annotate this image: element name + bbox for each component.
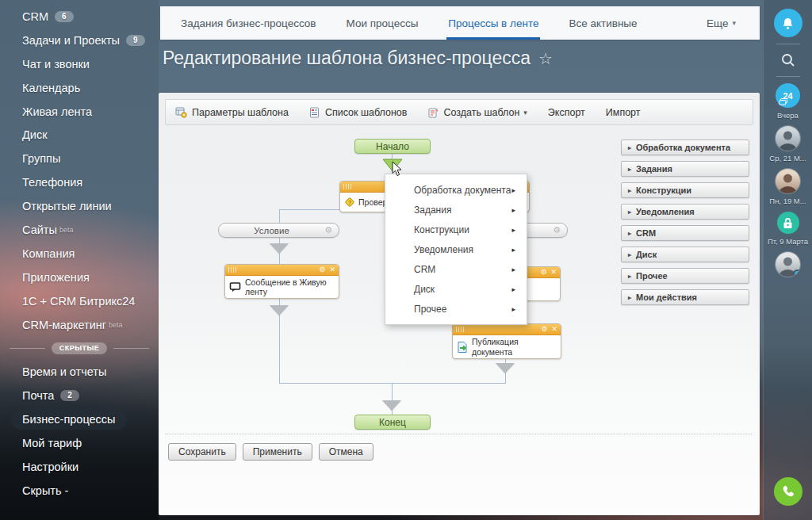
category-document-processing[interactable]: ▸Обработка документа bbox=[621, 140, 749, 155]
tab-bp-tasks[interactable]: Задания бизнес-процессов bbox=[171, 6, 326, 40]
sidebar-item-crm[interactable]: CRM6 bbox=[0, 5, 159, 29]
template-list-button[interactable]: Список шаблонов bbox=[309, 107, 408, 118]
sidebar-item-label: Календарь bbox=[22, 82, 80, 94]
node-label: Публикация документа bbox=[472, 337, 557, 356]
sidebar-item-telephony[interactable]: Телефония bbox=[0, 170, 159, 194]
gear-icon[interactable]: ⚙ bbox=[541, 326, 547, 333]
menu-item-document-processing[interactable]: Обработка документа▸ bbox=[385, 180, 527, 200]
sidebar-item-mail[interactable]: Почта2 bbox=[0, 384, 159, 407]
sidebar-item-time-reports[interactable]: Время и отчеты bbox=[0, 360, 159, 384]
menu-item-other[interactable]: Прочее▸ bbox=[385, 299, 527, 319]
expand-arrow-icon: ▸ bbox=[628, 251, 631, 258]
sidebar-item-tasks[interactable]: Задачи и Проекты9 bbox=[0, 29, 159, 52]
category-constructs[interactable]: ▸Конструкции bbox=[621, 182, 749, 198]
activity-categories-panel: ▸Обработка документа ▸Задания ▸Конструкц… bbox=[621, 140, 749, 305]
gear-icon[interactable]: ⚙ bbox=[540, 269, 546, 276]
counter-badge: 9 bbox=[126, 35, 145, 46]
sidebar-item-groups[interactable]: Группы bbox=[0, 147, 159, 170]
node-title-bar[interactable]: ⚙ ✕ bbox=[453, 324, 561, 335]
sidebar-item-disk[interactable]: Диск bbox=[0, 123, 159, 147]
submenu-arrow-icon: ▸ bbox=[511, 226, 515, 234]
flow-arrow[interactable] bbox=[496, 363, 515, 373]
sidebar-item-openlines[interactable]: Открытые линии bbox=[0, 194, 159, 218]
flow-arrow[interactable] bbox=[270, 243, 289, 254]
chat-bubble-icon bbox=[229, 281, 242, 292]
sidebar-item-crm-marketing[interactable]: CRM-маркетингbeta bbox=[0, 313, 159, 337]
node-label: Конец bbox=[379, 417, 406, 428]
flow-arrow[interactable] bbox=[270, 305, 289, 315]
node-title-bar[interactable]: ⚙ ✕ bbox=[225, 265, 339, 276]
page-title-text: Редактирование шаблона бизнес-процесса bbox=[163, 48, 530, 69]
tab-my-processes[interactable]: Мои процессы bbox=[337, 6, 428, 40]
sidebar-item-collapse[interactable]: Скрыть - bbox=[0, 479, 159, 503]
hidden-items-divider[interactable]: СКРЫТЫЕ bbox=[0, 336, 159, 360]
tab-label: Все активные bbox=[569, 17, 637, 29]
menu-item-disk[interactable]: Диск▸ bbox=[385, 279, 527, 299]
bitrix24-pulse-button[interactable]: 24 bbox=[776, 83, 800, 108]
search-button[interactable] bbox=[779, 51, 798, 70]
category-my-actions[interactable]: ▸Мои действия bbox=[621, 289, 749, 305]
menu-item-notifications[interactable]: Уведомления▸ bbox=[385, 239, 527, 259]
drag-grip-icon bbox=[343, 184, 351, 189]
tab-more[interactable]: Еще▾ bbox=[697, 6, 745, 40]
avatar[interactable] bbox=[776, 126, 800, 151]
category-notifications[interactable]: ▸Уведомления bbox=[621, 204, 749, 220]
sidebar-item-label: Приложения bbox=[22, 271, 90, 284]
sidebar-item-1c-crm[interactable]: 1С + CRM Битрикс24 bbox=[0, 289, 159, 313]
category-disk[interactable]: ▸Диск bbox=[621, 247, 749, 262]
sidebar-item-settings[interactable]: Настройки bbox=[0, 455, 159, 479]
category-tasks[interactable]: ▸Задания bbox=[621, 161, 749, 177]
export-button[interactable]: Экспорт bbox=[548, 107, 585, 118]
sidebar-item-company[interactable]: Компания bbox=[0, 242, 159, 266]
condition-node-left[interactable]: Условие ⚙ bbox=[218, 223, 339, 238]
sidebar-item-label: Задачи и Проекты bbox=[22, 34, 120, 47]
template-params-button[interactable]: Параметры шаблона bbox=[175, 107, 289, 118]
designer-toolbar: Параметры шаблона Список шаблонов Создат… bbox=[165, 99, 753, 125]
sidebar-item-apps[interactable]: Приложения bbox=[0, 266, 159, 289]
start-node[interactable]: Начало bbox=[354, 139, 431, 154]
call-button[interactable] bbox=[774, 477, 802, 506]
gear-icon[interactable]: ⚙ bbox=[324, 225, 332, 235]
publish-activity-node[interactable]: ⚙ ✕ Публикация документа bbox=[452, 323, 561, 359]
gear-icon[interactable]: ⚙ bbox=[319, 266, 325, 273]
menu-item-tasks[interactable]: Задания▸ bbox=[385, 200, 527, 220]
category-label: Уведомления bbox=[636, 207, 695, 216]
tab-processes-in-feed[interactable]: Процессы в ленте bbox=[439, 6, 548, 40]
category-other[interactable]: ▸Прочее bbox=[621, 268, 749, 284]
create-template-button[interactable]: Создать шаблон ▾ bbox=[427, 107, 527, 118]
close-icon[interactable]: ✕ bbox=[551, 326, 557, 333]
menu-item-label: Диск bbox=[414, 284, 511, 295]
expand-arrow-icon: ▸ bbox=[628, 230, 631, 237]
sidebar-item-chat[interactable]: Чат и звонки bbox=[0, 52, 159, 76]
notifications-button[interactable] bbox=[774, 9, 802, 37]
sidebar-item-sites[interactable]: Сайтыbeta bbox=[0, 218, 159, 242]
close-icon[interactable]: ✕ bbox=[329, 266, 335, 273]
category-crm[interactable]: ▸CRM bbox=[621, 225, 749, 241]
avatar[interactable] bbox=[776, 252, 800, 277]
menu-item-constructs[interactable]: Конструкции▸ bbox=[385, 220, 527, 239]
private-chat-button[interactable] bbox=[777, 212, 799, 234]
category-label: Задания bbox=[636, 164, 672, 174]
person-silhouette-icon bbox=[776, 169, 800, 193]
favorite-star-icon[interactable]: ☆ bbox=[538, 49, 553, 68]
apply-button[interactable]: Применить bbox=[243, 443, 312, 461]
sidebar-item-label: Живая лента bbox=[22, 105, 92, 118]
flow-arrow[interactable] bbox=[382, 400, 401, 411]
message-activity-node[interactable]: ⚙ ✕ Сообщение в Живую ленту bbox=[224, 264, 339, 299]
cancel-button[interactable]: Отмена bbox=[319, 443, 373, 461]
sidebar-item-feed[interactable]: Живая лента bbox=[0, 100, 159, 124]
close-icon[interactable]: ✕ bbox=[550, 269, 557, 276]
sidebar-item-my-plan[interactable]: Мой тариф bbox=[0, 431, 159, 455]
gear-icon[interactable]: ⚙ bbox=[553, 225, 561, 235]
menu-item-crm[interactable]: CRM▸ bbox=[385, 259, 527, 279]
import-button[interactable]: Импорт bbox=[606, 107, 641, 118]
sidebar-item-calendar[interactable]: Календарь bbox=[0, 76, 159, 100]
timeline-label-wed: Ср, 21 М... bbox=[769, 154, 806, 162]
sidebar-item-business-processes[interactable]: Бизнес-процессы bbox=[0, 407, 159, 431]
category-label: CRM bbox=[636, 228, 656, 238]
sidebar: CRM6 Задачи и Проекты9 Чат и звонки Кале… bbox=[0, 0, 159, 520]
tab-all-active[interactable]: Все активные bbox=[559, 6, 646, 40]
save-button[interactable]: Сохранить bbox=[168, 443, 236, 461]
avatar[interactable] bbox=[776, 169, 800, 193]
end-node[interactable]: Конец bbox=[354, 415, 431, 430]
